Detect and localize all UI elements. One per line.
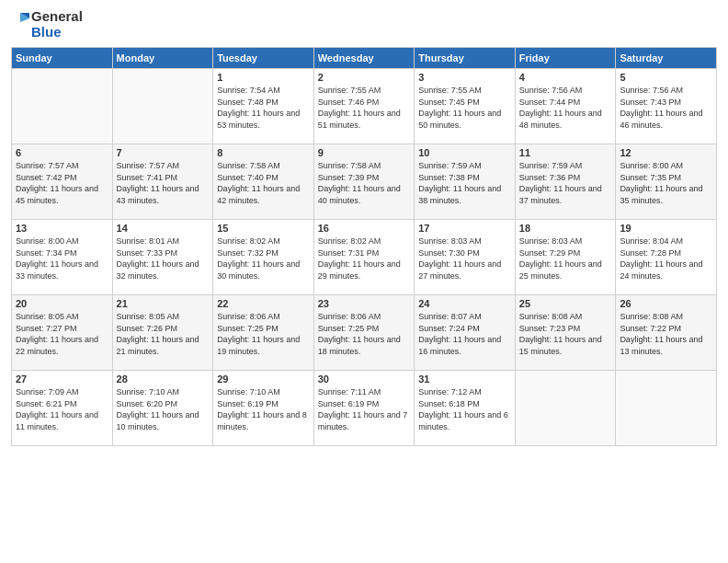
calendar-cell: 24Sunrise: 8:07 AM Sunset: 7:24 PM Dayli… bbox=[415, 295, 516, 371]
day-number: 17 bbox=[418, 223, 511, 234]
day-info: Sunrise: 8:05 AM Sunset: 7:27 PM Dayligh… bbox=[16, 311, 108, 357]
calendar-cell: 18Sunrise: 8:03 AM Sunset: 7:29 PM Dayli… bbox=[515, 220, 616, 295]
day-info: Sunrise: 8:06 AM Sunset: 7:25 PM Dayligh… bbox=[217, 311, 310, 357]
calendar-cell: 20Sunrise: 8:05 AM Sunset: 7:27 PM Dayli… bbox=[12, 295, 113, 371]
day-number: 31 bbox=[418, 373, 511, 385]
day-info: Sunrise: 7:57 AM Sunset: 7:41 PM Dayligh… bbox=[117, 160, 210, 206]
day-number: 4 bbox=[519, 72, 612, 83]
day-number: 11 bbox=[519, 147, 612, 158]
week-row-5: 27Sunrise: 7:09 AM Sunset: 6:21 PM Dayli… bbox=[12, 371, 717, 446]
day-info: Sunrise: 8:00 AM Sunset: 7:35 PM Dayligh… bbox=[620, 160, 712, 206]
day-number: 27 bbox=[16, 373, 108, 385]
day-number: 28 bbox=[117, 373, 210, 385]
day-number: 25 bbox=[519, 298, 612, 309]
calendar-table: SundayMondayTuesdayWednesdayThursdayFrid… bbox=[11, 47, 717, 446]
day-info: Sunrise: 8:08 AM Sunset: 7:23 PM Dayligh… bbox=[519, 311, 612, 357]
calendar-cell: 22Sunrise: 8:06 AM Sunset: 7:25 PM Dayli… bbox=[213, 295, 314, 371]
day-number: 26 bbox=[620, 298, 712, 309]
day-number: 16 bbox=[318, 223, 411, 234]
calendar-cell: 13Sunrise: 8:00 AM Sunset: 7:34 PM Dayli… bbox=[12, 220, 113, 295]
calendar-cell bbox=[112, 69, 213, 144]
calendar-cell: 1Sunrise: 7:54 AM Sunset: 7:48 PM Daylig… bbox=[213, 69, 314, 144]
day-number: 22 bbox=[217, 298, 310, 309]
day-number: 30 bbox=[318, 373, 411, 385]
calendar-cell: 2Sunrise: 7:55 AM Sunset: 7:46 PM Daylig… bbox=[313, 69, 415, 144]
day-info: Sunrise: 7:10 AM Sunset: 6:20 PM Dayligh… bbox=[117, 386, 210, 432]
day-info: Sunrise: 8:04 AM Sunset: 7:28 PM Dayligh… bbox=[620, 236, 712, 282]
day-info: Sunrise: 8:07 AM Sunset: 7:24 PM Dayligh… bbox=[418, 311, 511, 357]
logo-blue-text: Blue bbox=[31, 25, 83, 40]
calendar-cell bbox=[616, 371, 717, 446]
day-number: 12 bbox=[620, 147, 712, 158]
calendar-cell bbox=[515, 371, 616, 446]
day-number: 8 bbox=[217, 147, 310, 158]
day-number: 7 bbox=[117, 147, 210, 158]
day-info: Sunrise: 7:55 AM Sunset: 7:45 PM Dayligh… bbox=[418, 85, 511, 131]
calendar-cell: 8Sunrise: 7:58 AM Sunset: 7:40 PM Daylig… bbox=[213, 144, 314, 220]
day-info: Sunrise: 8:06 AM Sunset: 7:25 PM Dayligh… bbox=[318, 311, 411, 357]
calendar-cell: 15Sunrise: 8:02 AM Sunset: 7:32 PM Dayli… bbox=[213, 220, 314, 295]
calendar-cell: 28Sunrise: 7:10 AM Sunset: 6:20 PM Dayli… bbox=[112, 371, 213, 446]
header-day-sunday: Sunday bbox=[12, 48, 113, 69]
day-number: 5 bbox=[620, 72, 712, 83]
day-number: 18 bbox=[519, 223, 612, 234]
day-number: 9 bbox=[318, 147, 411, 158]
week-row-2: 6Sunrise: 7:57 AM Sunset: 7:42 PM Daylig… bbox=[12, 144, 717, 220]
logo-bird-icon bbox=[11, 11, 29, 39]
week-row-3: 13Sunrise: 8:00 AM Sunset: 7:34 PM Dayli… bbox=[12, 220, 717, 295]
calendar-cell: 25Sunrise: 8:08 AM Sunset: 7:23 PM Dayli… bbox=[515, 295, 616, 371]
day-info: Sunrise: 8:02 AM Sunset: 7:31 PM Dayligh… bbox=[318, 236, 411, 282]
day-info: Sunrise: 8:08 AM Sunset: 7:22 PM Dayligh… bbox=[620, 311, 712, 357]
day-info: Sunrise: 8:02 AM Sunset: 7:32 PM Dayligh… bbox=[217, 236, 310, 282]
calendar-cell: 26Sunrise: 8:08 AM Sunset: 7:22 PM Dayli… bbox=[616, 295, 717, 371]
day-info: Sunrise: 7:09 AM Sunset: 6:21 PM Dayligh… bbox=[16, 386, 108, 432]
calendar-cell: 5Sunrise: 7:56 AM Sunset: 7:43 PM Daylig… bbox=[616, 69, 717, 144]
day-number: 21 bbox=[117, 298, 210, 309]
day-info: Sunrise: 8:00 AM Sunset: 7:34 PM Dayligh… bbox=[16, 236, 108, 282]
calendar-cell: 11Sunrise: 7:59 AM Sunset: 7:36 PM Dayli… bbox=[515, 144, 616, 220]
calendar-cell: 30Sunrise: 7:11 AM Sunset: 6:19 PM Dayli… bbox=[313, 371, 415, 446]
calendar-cell: 10Sunrise: 7:59 AM Sunset: 7:38 PM Dayli… bbox=[415, 144, 516, 220]
calendar-cell: 31Sunrise: 7:12 AM Sunset: 6:18 PM Dayli… bbox=[415, 371, 516, 446]
day-number: 19 bbox=[620, 223, 712, 234]
calendar-cell: 3Sunrise: 7:55 AM Sunset: 7:45 PM Daylig… bbox=[415, 69, 516, 144]
calendar-cell: 4Sunrise: 7:56 AM Sunset: 7:44 PM Daylig… bbox=[515, 69, 616, 144]
calendar-cell: 21Sunrise: 8:05 AM Sunset: 7:26 PM Dayli… bbox=[112, 295, 213, 371]
calendar-cell: 14Sunrise: 8:01 AM Sunset: 7:33 PM Dayli… bbox=[112, 220, 213, 295]
logo: General Blue bbox=[11, 9, 83, 40]
day-info: Sunrise: 7:59 AM Sunset: 7:38 PM Dayligh… bbox=[418, 160, 511, 206]
day-number: 13 bbox=[16, 223, 108, 234]
day-info: Sunrise: 8:03 AM Sunset: 7:30 PM Dayligh… bbox=[418, 236, 511, 282]
header-day-tuesday: Tuesday bbox=[213, 48, 314, 69]
day-number: 6 bbox=[16, 147, 108, 158]
day-number: 24 bbox=[418, 298, 511, 309]
day-info: Sunrise: 7:10 AM Sunset: 6:19 PM Dayligh… bbox=[217, 386, 310, 432]
logo-general-text: General bbox=[31, 9, 83, 25]
day-number: 15 bbox=[217, 223, 310, 234]
day-info: Sunrise: 8:05 AM Sunset: 7:26 PM Dayligh… bbox=[117, 311, 210, 357]
day-number: 2 bbox=[318, 72, 411, 83]
calendar-cell: 29Sunrise: 7:10 AM Sunset: 6:19 PM Dayli… bbox=[213, 371, 314, 446]
header-day-saturday: Saturday bbox=[616, 48, 717, 69]
main-container: General Blue SundayMondayTuesdayWednesda… bbox=[0, 0, 728, 454]
header-day-thursday: Thursday bbox=[415, 48, 516, 69]
day-info: Sunrise: 7:59 AM Sunset: 7:36 PM Dayligh… bbox=[519, 160, 612, 206]
header-day-wednesday: Wednesday bbox=[313, 48, 415, 69]
day-info: Sunrise: 7:12 AM Sunset: 6:18 PM Dayligh… bbox=[418, 386, 511, 432]
day-info: Sunrise: 8:03 AM Sunset: 7:29 PM Dayligh… bbox=[519, 236, 612, 282]
day-number: 23 bbox=[318, 298, 411, 309]
week-row-4: 20Sunrise: 8:05 AM Sunset: 7:27 PM Dayli… bbox=[12, 295, 717, 371]
day-info: Sunrise: 7:58 AM Sunset: 7:40 PM Dayligh… bbox=[217, 160, 310, 206]
calendar-cell: 7Sunrise: 7:57 AM Sunset: 7:41 PM Daylig… bbox=[112, 144, 213, 220]
calendar-cell: 12Sunrise: 8:00 AM Sunset: 7:35 PM Dayli… bbox=[616, 144, 717, 220]
day-number: 1 bbox=[217, 72, 310, 83]
week-row-1: 1Sunrise: 7:54 AM Sunset: 7:48 PM Daylig… bbox=[12, 69, 717, 144]
day-number: 10 bbox=[418, 147, 511, 158]
day-number: 14 bbox=[117, 223, 210, 234]
day-info: Sunrise: 7:56 AM Sunset: 7:44 PM Dayligh… bbox=[519, 85, 612, 131]
day-number: 29 bbox=[217, 373, 310, 385]
calendar-cell: 6Sunrise: 7:57 AM Sunset: 7:42 PM Daylig… bbox=[12, 144, 113, 220]
day-info: Sunrise: 7:55 AM Sunset: 7:46 PM Dayligh… bbox=[318, 85, 411, 131]
day-info: Sunrise: 7:58 AM Sunset: 7:39 PM Dayligh… bbox=[318, 160, 411, 206]
calendar-cell: 9Sunrise: 7:58 AM Sunset: 7:39 PM Daylig… bbox=[313, 144, 415, 220]
